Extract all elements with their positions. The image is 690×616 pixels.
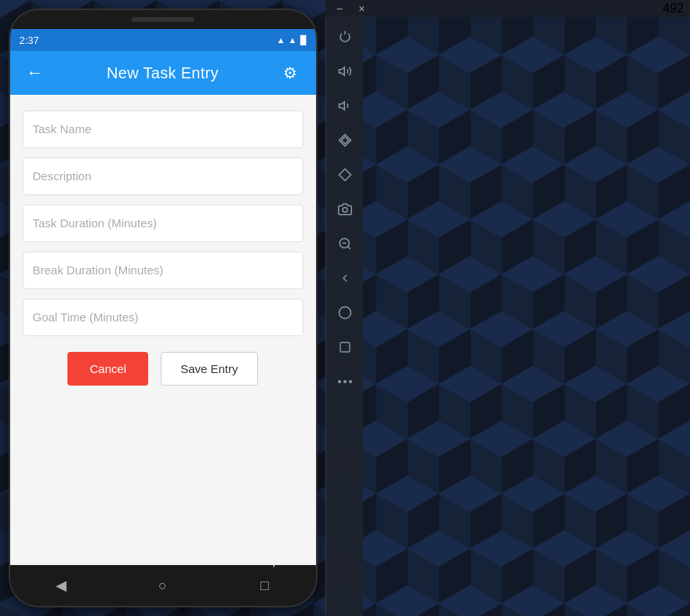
phone-speaker: [132, 17, 194, 22]
svg-point-6: [338, 380, 341, 383]
svg-point-8: [349, 380, 352, 383]
nav-home-button[interactable]: ○: [147, 570, 179, 601]
status-bar: 2:37 ▲ ▲ ▉: [10, 29, 316, 51]
wifi-icon: ▲: [277, 35, 285, 45]
nav-back-button[interactable]: ◀: [45, 570, 77, 601]
diamond1-icon[interactable]: [326, 124, 363, 157]
volume-up-icon[interactable]: [326, 55, 363, 88]
toolbar-items: [326, 0, 363, 398]
task-duration-field[interactable]: [23, 205, 303, 242]
app-header: ← New Task Entry ⚙: [10, 51, 316, 95]
minimize-button[interactable]: −: [332, 1, 347, 16]
description-input[interactable]: [33, 169, 293, 183]
cancel-button[interactable]: Cancel: [67, 352, 148, 386]
task-name-input[interactable]: [33, 122, 293, 136]
svg-marker-1: [339, 102, 344, 111]
power-icon[interactable]: [326, 20, 363, 53]
goal-time-input[interactable]: [33, 310, 293, 324]
svg-marker-0: [339, 67, 344, 76]
phone-device: 2:37 ▲ ▲ ▉ ← New Task Entry ⚙: [10, 10, 316, 606]
camera-icon[interactable]: [326, 193, 363, 226]
save-entry-button[interactable]: Save Entry: [161, 352, 257, 386]
break-duration-field[interactable]: [23, 252, 303, 289]
break-duration-input[interactable]: [33, 263, 293, 277]
svg-point-4: [339, 307, 350, 319]
close-button[interactable]: ×: [354, 1, 369, 16]
task-name-field[interactable]: [23, 111, 303, 148]
app-content: Cancel Save Entry: [10, 95, 316, 565]
phone-top-bar: [10, 10, 316, 29]
svg-rect-5: [340, 342, 350, 352]
phone-wrapper: 2:37 ▲ ▲ ▉ ← New Task Entry ⚙: [0, 0, 325, 616]
svg-point-2: [343, 208, 347, 212]
back-button[interactable]: ←: [23, 63, 48, 83]
volume-down-icon[interactable]: [326, 89, 363, 122]
svg-point-7: [343, 380, 347, 383]
more-options-icon[interactable]: [326, 365, 363, 398]
task-duration-input[interactable]: [33, 216, 293, 230]
settings-button[interactable]: ⚙: [278, 63, 303, 82]
description-field[interactable]: [23, 158, 303, 195]
status-icons: ▲ ▲ ▉: [277, 35, 307, 45]
nav-recents-button[interactable]: □: [249, 570, 281, 601]
goal-time-field[interactable]: [23, 299, 303, 336]
battery-icon: ▉: [300, 35, 307, 45]
window-counter: 492: [663, 2, 684, 16]
page-title: New Task Entry: [107, 64, 219, 82]
recents-square-icon[interactable]: [326, 331, 363, 364]
home-circle-icon[interactable]: [326, 296, 363, 329]
button-row: Cancel Save Entry: [23, 346, 303, 392]
zoom-out-icon[interactable]: [326, 227, 363, 260]
phone-nav: ◀ ○ □: [10, 565, 316, 606]
status-time: 2:37: [20, 34, 39, 46]
sidebar-toolbar: [325, 0, 363, 616]
window-topbar: − × 492: [325, 0, 690, 17]
diamond2-icon[interactable]: [326, 158, 363, 191]
nav-back-icon[interactable]: [326, 262, 363, 295]
signal-icon: ▲: [289, 35, 297, 45]
